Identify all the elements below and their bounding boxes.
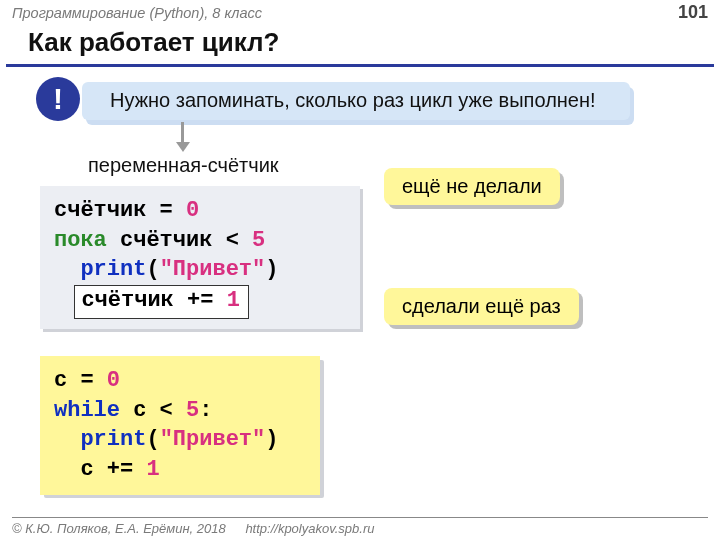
py-line-2: while c < 5: (54, 396, 306, 426)
notice-pill: Нужно запоминать, сколько раз цикл уже в… (82, 82, 630, 120)
notice-row: Нужно запоминать, сколько раз цикл уже в… (40, 79, 720, 129)
page-number: 101 (678, 2, 708, 23)
py-line-4: c += 1 (54, 455, 306, 485)
callout-not-yet: ещё не делали (384, 168, 560, 205)
footer: © К.Ю. Поляков, Е.А. Ерёмин, 2018 http:/… (12, 517, 708, 536)
pseudo-line-4: счётчик += 1 (54, 285, 346, 319)
callout-did-once: сделали ещё раз (384, 288, 579, 325)
py-line-3: print("Привет") (54, 425, 306, 455)
pseudo-line-2: пока счётчик < 5 (54, 226, 346, 256)
exclamation-badge: ! (36, 77, 80, 121)
counter-variable-label: переменная-счётчик (88, 154, 279, 177)
footer-copyright: © К.Ю. Поляков, Е.А. Ерёмин, 2018 (12, 521, 226, 536)
py-line-1: c = 0 (54, 366, 306, 396)
slide-title: Как работает цикл? (28, 27, 720, 58)
notice-text: Нужно запоминать, сколько раз цикл уже в… (110, 89, 596, 112)
course-label: Программирование (Python), 8 класс (12, 5, 262, 21)
pseudo-line-1: счётчик = 0 (54, 196, 346, 226)
pseudocode-block: счётчик = 0 пока счётчик < 5 print("Прив… (40, 186, 360, 329)
title-underline (6, 64, 714, 67)
python-block: c = 0 while c < 5: print("Привет") c += … (40, 356, 320, 495)
footer-url: http://kpolyakov.spb.ru (245, 521, 374, 536)
pseudo-line-3: print("Привет") (54, 255, 346, 285)
arrow-down-icon (176, 122, 188, 152)
